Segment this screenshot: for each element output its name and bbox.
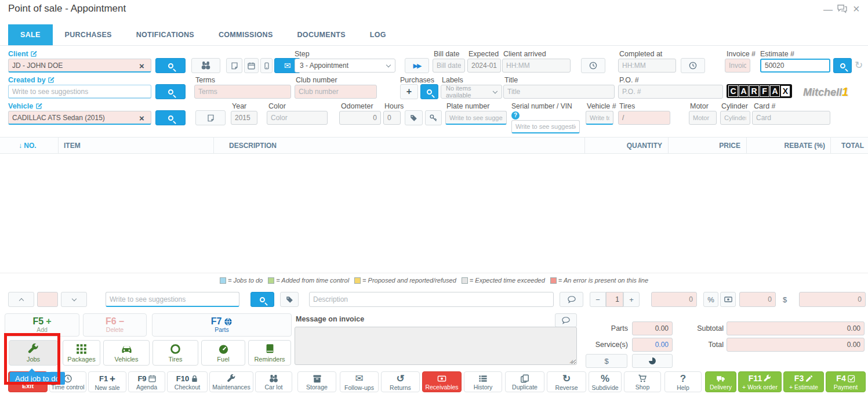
- client-note-button[interactable]: [226, 58, 242, 73]
- item-tag-button[interactable]: [280, 292, 299, 307]
- minimize-icon[interactable]: —: [823, 5, 833, 15]
- client-search-button[interactable]: [155, 58, 186, 73]
- terms-input[interactable]: [194, 85, 291, 99]
- client-arrived-input[interactable]: [502, 59, 571, 73]
- client-calendar-button[interactable]: [244, 58, 259, 73]
- estimate-input[interactable]: [760, 59, 830, 73]
- help-button[interactable]: ?Help: [664, 371, 702, 392]
- vehicle-number-input[interactable]: [586, 111, 613, 125]
- cylinder-input[interactable]: [720, 111, 750, 125]
- column-price[interactable]: PRICE: [682, 142, 740, 150]
- reminders-button[interactable]: Reminders: [248, 340, 291, 366]
- qty-minus-button[interactable]: −: [590, 292, 606, 307]
- resize-handle-icon[interactable]: ◢: [569, 359, 573, 364]
- price-input[interactable]: [651, 292, 697, 307]
- refresh-icon[interactable]: ↻: [855, 59, 863, 71]
- payment-button[interactable]: F4Payment: [826, 371, 866, 392]
- client-arrived-clock-button[interactable]: [581, 58, 605, 73]
- tab-documents[interactable]: DOCUMENTS: [285, 24, 358, 45]
- duplicate-button[interactable]: Duplicate: [505, 371, 544, 392]
- estimate-button[interactable]: F3+ Estimate: [783, 371, 824, 392]
- item-search-input[interactable]: [106, 292, 239, 307]
- fuel-button[interactable]: Fuel: [201, 340, 245, 366]
- checkout-button[interactable]: F10Checkout: [167, 371, 208, 392]
- line-number-input[interactable]: [37, 292, 58, 307]
- completed-at-input[interactable]: [618, 59, 676, 73]
- line-comment-button[interactable]: [560, 292, 583, 307]
- services-total-input[interactable]: [632, 338, 673, 352]
- tab-log[interactable]: LOG: [358, 24, 398, 45]
- column-description[interactable]: DESCRIPTION: [229, 142, 277, 150]
- maintenances-button[interactable]: Maintenances: [209, 371, 253, 392]
- breakdown-button[interactable]: [632, 354, 673, 368]
- close-icon[interactable]: ×: [853, 2, 860, 16]
- step-advance-button[interactable]: ▶▶: [405, 58, 429, 73]
- column-no[interactable]: ↓ NO.: [19, 142, 37, 150]
- description-input[interactable]: [309, 292, 554, 307]
- follow-ups-button[interactable]: ✉Follow-ups: [340, 371, 379, 392]
- client-history-button[interactable]: [191, 58, 220, 73]
- tab-commissions[interactable]: COMMISSIONS: [206, 24, 285, 45]
- completed-at-clock-button[interactable]: [681, 58, 705, 73]
- estimate-search-button[interactable]: [833, 58, 852, 73]
- po-number-input[interactable]: [618, 85, 723, 99]
- club-number-input[interactable]: [295, 85, 377, 99]
- column-item[interactable]: ITEM: [64, 142, 81, 150]
- chat-icon[interactable]: [837, 4, 848, 14]
- vehicle-search-button[interactable]: [155, 110, 186, 125]
- percent-button[interactable]: %: [703, 292, 718, 307]
- mitchell1-logo[interactable]: Mitchell1: [803, 85, 848, 99]
- vehicle-input[interactable]: [8, 111, 151, 125]
- delivery-button[interactable]: Delivery: [705, 371, 736, 392]
- qty-plus-button[interactable]: +: [623, 292, 640, 307]
- title-input[interactable]: [503, 85, 615, 99]
- qty-input[interactable]: [606, 292, 623, 307]
- invoice-input[interactable]: [725, 59, 750, 73]
- created-by-input[interactable]: [8, 85, 151, 99]
- storage-button[interactable]: Storage: [297, 371, 336, 392]
- motor-input[interactable]: [689, 111, 717, 125]
- parts-total-input[interactable]: [632, 321, 673, 335]
- tab-notifications[interactable]: NOTIFICATIONS: [124, 24, 206, 45]
- f5-add-button[interactable]: F5+ Add: [5, 313, 79, 337]
- carfax-logo[interactable]: CARFAX: [727, 84, 792, 98]
- tires-button[interactable]: Tires: [152, 340, 198, 366]
- purchases-add-button[interactable]: +: [400, 84, 418, 99]
- vehicle-tag-button[interactable]: [405, 110, 423, 125]
- client-phone-button[interactable]: [260, 58, 273, 73]
- vehicle-key-button[interactable]: [425, 110, 442, 125]
- clear-client-icon[interactable]: ×: [139, 62, 144, 70]
- car-lot-button[interactable]: Car lot: [255, 371, 292, 392]
- shop-button[interactable]: Shop: [624, 371, 661, 392]
- line-total-input[interactable]: [799, 292, 866, 307]
- expected-input[interactable]: [467, 59, 501, 73]
- currency-button[interactable]: $: [586, 354, 627, 368]
- year-input[interactable]: [231, 111, 257, 125]
- client-input[interactable]: [8, 59, 151, 73]
- subdivide-button[interactable]: %Subdivide: [589, 371, 622, 392]
- column-total[interactable]: TOTAL: [812, 142, 864, 150]
- vehicle-note-button[interactable]: [195, 110, 226, 125]
- plate-input[interactable]: [445, 111, 507, 125]
- help-icon[interactable]: ?: [511, 111, 520, 120]
- f7-parts-button[interactable]: F7 Parts: [152, 313, 292, 337]
- clear-vehicle-icon[interactable]: ×: [139, 114, 144, 122]
- item-search-button[interactable]: [250, 292, 274, 307]
- items-table-body[interactable]: [0, 154, 868, 273]
- color-input[interactable]: [267, 111, 328, 125]
- message-textarea[interactable]: [295, 327, 577, 365]
- tab-sale[interactable]: SALE: [8, 24, 53, 45]
- bill-date-input[interactable]: [433, 59, 465, 73]
- new-sale-button[interactable]: F1+New sale: [88, 371, 126, 392]
- card-input[interactable]: [752, 111, 830, 125]
- line-up-button[interactable]: [8, 292, 34, 307]
- agenda-button[interactable]: F9Agenda: [128, 371, 165, 392]
- vehicles-button[interactable]: Vehicles: [103, 340, 150, 366]
- history-button[interactable]: History: [464, 371, 502, 392]
- message-comment-button[interactable]: [555, 313, 577, 327]
- rebate-input[interactable]: [739, 292, 776, 307]
- reverse-button[interactable]: ↻Reverse: [547, 371, 586, 392]
- created-by-search-button[interactable]: [155, 84, 186, 99]
- purchases-search-button[interactable]: [420, 84, 438, 99]
- serial-input[interactable]: [511, 120, 580, 133]
